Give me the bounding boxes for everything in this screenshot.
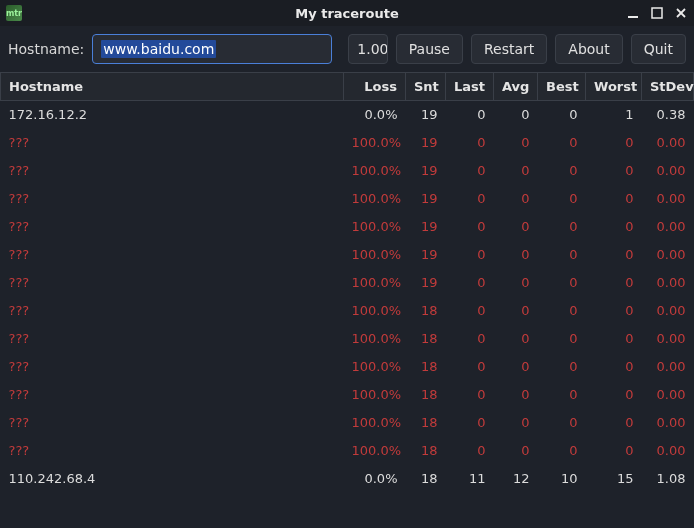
cell-snt: 19 <box>406 213 446 241</box>
col-best[interactable]: Best <box>538 73 586 101</box>
minimize-button[interactable] <box>626 6 640 20</box>
cell-last: 0 <box>446 381 494 409</box>
cell-best: 0 <box>538 185 586 213</box>
svg-rect-1 <box>652 8 662 18</box>
cell-avg: 0 <box>494 157 538 185</box>
svg-rect-0 <box>628 16 638 18</box>
table-row[interactable]: 110.242.68.40.0%18111210151.08 <box>1 465 694 493</box>
table-row[interactable]: ???100.0%1900000.00 <box>1 241 694 269</box>
cell-worst: 0 <box>586 241 642 269</box>
cell-best: 0 <box>538 129 586 157</box>
cell-best: 0 <box>538 297 586 325</box>
quit-button[interactable]: Quit <box>631 34 686 64</box>
cell-loss: 100.0% <box>344 157 406 185</box>
cell-stdev: 0.38 <box>642 101 694 129</box>
window-controls <box>626 6 688 20</box>
cell-avg: 0 <box>494 325 538 353</box>
cell-avg: 0 <box>494 129 538 157</box>
cell-last: 0 <box>446 101 494 129</box>
col-avg[interactable]: Avg <box>494 73 538 101</box>
cell-stdev: 0.00 <box>642 353 694 381</box>
cell-avg: 0 <box>494 269 538 297</box>
cell-best: 0 <box>538 101 586 129</box>
table-row[interactable]: ???100.0%1900000.00 <box>1 213 694 241</box>
cell-avg: 12 <box>494 465 538 493</box>
cell-snt: 18 <box>406 381 446 409</box>
col-worst[interactable]: Worst <box>586 73 642 101</box>
col-loss[interactable]: Loss <box>344 73 406 101</box>
cell-snt: 19 <box>406 157 446 185</box>
col-hostname[interactable]: Hostname <box>1 73 344 101</box>
col-last[interactable]: Last <box>446 73 494 101</box>
col-snt[interactable]: Snt <box>406 73 446 101</box>
cell-host: ??? <box>1 269 344 297</box>
cell-avg: 0 <box>494 353 538 381</box>
cell-loss: 100.0% <box>344 185 406 213</box>
table-row[interactable]: ???100.0%1900000.00 <box>1 157 694 185</box>
cell-avg: 0 <box>494 437 538 465</box>
cell-stdev: 0.00 <box>642 241 694 269</box>
table-row[interactable]: ???100.0%1800000.00 <box>1 381 694 409</box>
cell-snt: 19 <box>406 129 446 157</box>
hostname-label: Hostname: <box>8 41 84 57</box>
cell-avg: 0 <box>494 381 538 409</box>
table-row[interactable]: ???100.0%1800000.00 <box>1 297 694 325</box>
table-row[interactable]: ???100.0%1800000.00 <box>1 353 694 381</box>
cell-host: 110.242.68.4 <box>1 465 344 493</box>
table-row[interactable]: ???100.0%1800000.00 <box>1 325 694 353</box>
cell-last: 0 <box>446 157 494 185</box>
cell-best: 0 <box>538 241 586 269</box>
cell-last: 0 <box>446 437 494 465</box>
cell-worst: 0 <box>586 269 642 297</box>
table-row[interactable]: ???100.0%1800000.00 <box>1 437 694 465</box>
cell-host: ??? <box>1 157 344 185</box>
cell-stdev: 0.00 <box>642 437 694 465</box>
cell-host: ??? <box>1 381 344 409</box>
restart-button[interactable]: Restart <box>471 34 547 64</box>
maximize-button[interactable] <box>650 6 664 20</box>
cell-stdev: 0.00 <box>642 129 694 157</box>
cell-snt: 19 <box>406 101 446 129</box>
cell-best: 0 <box>538 269 586 297</box>
cell-best: 0 <box>538 409 586 437</box>
cell-stdev: 0.00 <box>642 325 694 353</box>
cell-worst: 0 <box>586 157 642 185</box>
cell-loss: 100.0% <box>344 325 406 353</box>
cell-loss: 100.0% <box>344 269 406 297</box>
cell-best: 0 <box>538 381 586 409</box>
cell-stdev: 0.00 <box>642 157 694 185</box>
cell-avg: 0 <box>494 409 538 437</box>
close-button[interactable] <box>674 6 688 20</box>
cell-snt: 19 <box>406 185 446 213</box>
cell-snt: 18 <box>406 465 446 493</box>
cell-stdev: 0.00 <box>642 213 694 241</box>
col-stdev[interactable]: StDev <box>642 73 694 101</box>
cell-snt: 18 <box>406 325 446 353</box>
interval-value: 1.00 <box>349 35 388 63</box>
cell-best: 0 <box>538 213 586 241</box>
cell-worst: 1 <box>586 101 642 129</box>
app-icon: mtr <box>6 5 22 21</box>
interval-spinbox[interactable]: 1.00 ▲ ▼ <box>348 34 388 64</box>
cell-loss: 100.0% <box>344 297 406 325</box>
cell-loss: 100.0% <box>344 213 406 241</box>
cell-loss: 100.0% <box>344 241 406 269</box>
results-table-wrap[interactable]: Hostname Loss Snt Last Avg Best Worst St… <box>0 72 694 528</box>
table-row[interactable]: ???100.0%1900000.00 <box>1 185 694 213</box>
cell-avg: 0 <box>494 241 538 269</box>
cell-best: 0 <box>538 325 586 353</box>
cell-last: 0 <box>446 185 494 213</box>
pause-button[interactable]: Pause <box>396 34 463 64</box>
cell-worst: 0 <box>586 437 642 465</box>
cell-stdev: 0.00 <box>642 381 694 409</box>
cell-last: 0 <box>446 213 494 241</box>
results-table: Hostname Loss Snt Last Avg Best Worst St… <box>0 72 694 493</box>
cell-worst: 0 <box>586 213 642 241</box>
table-row[interactable]: ???100.0%1800000.00 <box>1 409 694 437</box>
table-row[interactable]: ???100.0%1900000.00 <box>1 269 694 297</box>
table-row[interactable]: ???100.0%1900000.00 <box>1 129 694 157</box>
about-button[interactable]: About <box>555 34 622 64</box>
hostname-input[interactable]: www.baidu.com <box>92 34 332 64</box>
cell-snt: 18 <box>406 437 446 465</box>
table-row[interactable]: 172.16.12.20.0%1900010.38 <box>1 101 694 129</box>
